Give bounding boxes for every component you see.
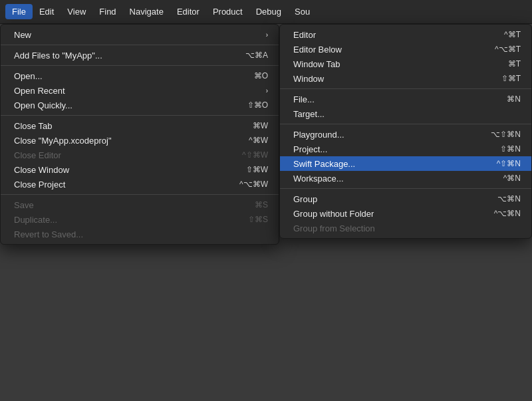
- arrow-icon: ›: [266, 31, 268, 39]
- menu-item-window-shortcut: ⇧⌘T: [501, 74, 521, 83]
- menu-item-open-shortcut: ⌘O: [254, 71, 268, 80]
- menubar-item-edit[interactable]: Edit: [33, 4, 61, 19]
- menu-item-window[interactable]: Window ⇧⌘T: [280, 71, 531, 86]
- menu-item-close-editor-label: Close Editor: [14, 150, 226, 160]
- menubar-item-file[interactable]: File: [5, 4, 33, 19]
- menu-item-swift-package-shortcut: ^⇧⌘N: [497, 159, 521, 168]
- menu-item-group-from-selection-label: Group from Selection: [293, 223, 505, 233]
- menu-item-workspace-shortcut: ^⌘N: [503, 174, 521, 183]
- separator-4: [1, 194, 279, 195]
- menu-item-swift-package-label: Swift Package...: [293, 159, 481, 169]
- menu-item-duplicate-label: Duplicate...: [14, 215, 232, 225]
- editor-new-menu: Editor ^⌘T Editor Below ^⌥⌘T Window Tab …: [279, 24, 532, 239]
- menubar-item-product[interactable]: Product: [206, 4, 249, 19]
- menu-item-duplicate-shortcut: ⇧⌘S: [248, 215, 268, 224]
- menu-item-workspace[interactable]: Workspace... ^⌘N: [280, 171, 531, 186]
- menu-item-close-tab-shortcut: ⌘W: [253, 121, 268, 130]
- menu-item-open-quickly-shortcut: ⇧⌘O: [247, 100, 268, 110]
- menu-item-close-project[interactable]: Close Project ^⌥⌘W: [1, 177, 279, 192]
- menu-item-group-without-folder-shortcut: ^⌥⌘N: [494, 209, 521, 218]
- menu-item-open-label: Open...: [14, 71, 238, 81]
- menubar-item-debug[interactable]: Debug: [249, 4, 288, 19]
- menu-item-close-window-label: Close Window: [14, 165, 230, 175]
- menu-item-save: Save ⌘S: [1, 198, 279, 212]
- menu-item-open-quickly-label: Open Quickly...: [14, 100, 231, 110]
- menu-item-add-files-label: Add Files to "MyApp"...: [14, 51, 229, 61]
- menu-item-close-editor: Close Editor ^⇧⌘W: [1, 148, 279, 162]
- menu-item-project[interactable]: Project... ⇧⌘N: [280, 142, 531, 156]
- menubar-item-navigate[interactable]: Navigate: [123, 4, 170, 19]
- editor-sep-2: [280, 124, 531, 124]
- menu-item-close-window-shortcut: ⇧⌘W: [246, 165, 268, 174]
- menu-item-playground-shortcut: ⌥⇧⌘N: [491, 130, 521, 139]
- menu-item-window-tab-label: Window Tab: [293, 59, 492, 69]
- separator-2: [1, 65, 279, 66]
- menu-item-target-label: Target...: [293, 109, 505, 119]
- menu-item-close-editor-shortcut: ^⇧⌘W: [242, 150, 268, 160]
- menu-item-editor-below-shortcut: ^⌥⌘T: [495, 45, 521, 54]
- menu-item-add-files[interactable]: Add Files to "MyApp"... ⌥⌘A: [1, 48, 279, 63]
- menu-item-revert-label: Revert to Saved...: [14, 229, 252, 239]
- menu-item-group-shortcut: ⌥⌘N: [497, 194, 521, 203]
- menu-item-open-quickly[interactable]: Open Quickly... ⇧⌘O: [1, 98, 279, 112]
- menu-item-group-without-folder[interactable]: Group without Folder ^⌥⌘N: [280, 206, 531, 221]
- menu-item-editor-label: Editor: [293, 30, 488, 40]
- menu-item-editor-below-label: Editor Below: [293, 45, 479, 55]
- file-menu: New › Add Files to "MyApp"... ⌥⌘A Open..…: [0, 24, 279, 245]
- menu-item-open-recent[interactable]: Open Recent ›: [1, 83, 279, 98]
- menu-item-save-label: Save: [14, 200, 239, 210]
- menu-item-playground[interactable]: Playground... ⌥⇧⌘N: [280, 127, 531, 142]
- menubar-item-find[interactable]: Find: [92, 4, 122, 19]
- menu-item-workspace-label: Workspace...: [293, 174, 487, 184]
- editor-sep-1: [280, 88, 531, 89]
- menu-item-close-myapp-label: Close "MyApp.xcodeproj": [14, 136, 233, 146]
- menu-item-save-shortcut: ⌘S: [255, 200, 268, 209]
- menu-item-target[interactable]: Target...: [280, 106, 531, 121]
- menu-item-close-project-shortcut: ^⌥⌘W: [239, 180, 268, 189]
- menu-item-project-shortcut: ⇧⌘N: [500, 144, 521, 154]
- menu-item-file-new-shortcut: ⌘N: [507, 94, 521, 104]
- separator-3: [1, 115, 279, 116]
- menubar-item-sou[interactable]: Sou: [288, 4, 317, 19]
- editor-sep-3: [280, 188, 531, 189]
- menu-item-group-from-selection: Group from Selection: [280, 221, 531, 235]
- menu-item-swift-package[interactable]: Swift Package... ^⇧⌘N: [280, 156, 531, 171]
- menu-item-file-new[interactable]: File... ⌘N: [280, 92, 531, 106]
- menubar-item-view[interactable]: View: [61, 4, 92, 19]
- menu-item-close-tab[interactable]: Close Tab ⌘W: [1, 118, 279, 133]
- arrow-icon-recent: ›: [266, 87, 268, 94]
- menu-item-close-window[interactable]: Close Window ⇧⌘W: [1, 162, 279, 177]
- menu-item-file-new-label: File...: [293, 94, 491, 104]
- menu-item-group-without-folder-label: Group without Folder: [293, 209, 478, 219]
- menu-item-add-files-shortcut: ⌥⌘A: [245, 51, 268, 60]
- menu-item-close-myapp[interactable]: Close "MyApp.xcodeproj" ^⌘W: [1, 133, 279, 148]
- menu-item-editor[interactable]: Editor ^⌘T: [280, 27, 531, 42]
- separator-1: [1, 45, 279, 45]
- menu-item-close-project-label: Close Project: [14, 180, 223, 190]
- menu-item-close-tab-label: Close Tab: [14, 121, 237, 131]
- menu-item-close-myapp-shortcut: ^⌘W: [249, 136, 268, 145]
- menubar: File Edit View Find Navigate Editor Prod…: [0, 0, 532, 24]
- menu-item-open[interactable]: Open... ⌘O: [1, 68, 279, 83]
- menu-item-window-tab[interactable]: Window Tab ⌘T: [280, 57, 531, 71]
- menu-item-open-recent-label: Open Recent: [14, 86, 261, 96]
- menu-item-group-label: Group: [293, 194, 481, 204]
- menu-item-new[interactable]: New ›: [1, 27, 279, 42]
- menu-item-group[interactable]: Group ⌥⌘N: [280, 192, 531, 206]
- menu-item-window-label: Window: [293, 74, 485, 84]
- menu-item-duplicate: Duplicate... ⇧⌘S: [1, 212, 279, 227]
- menubar-item-editor[interactable]: Editor: [170, 4, 206, 19]
- menu-item-editor-below[interactable]: Editor Below ^⌥⌘T: [280, 42, 531, 57]
- menu-item-editor-shortcut: ^⌘T: [504, 30, 521, 39]
- menu-item-revert: Revert to Saved...: [1, 227, 279, 241]
- menu-item-window-tab-shortcut: ⌘T: [508, 59, 521, 68]
- menu-item-playground-label: Playground...: [293, 130, 475, 140]
- menu-item-new-label: New: [14, 30, 261, 40]
- menu-item-project-label: Project...: [293, 144, 484, 154]
